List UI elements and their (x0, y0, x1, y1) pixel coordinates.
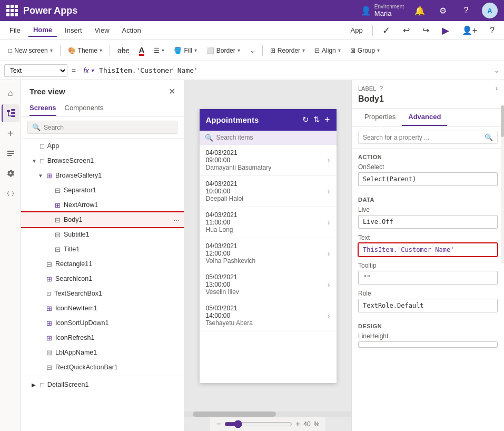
props-field-lineheight-input[interactable] (358, 341, 498, 348)
props-tab-advanced[interactable]: Advanced (402, 109, 447, 126)
tree-item-browsegallery1-label: BrowseGallery1 (55, 172, 180, 179)
formula-fx-btn[interactable]: fx ▾ (80, 66, 97, 75)
tree-item-searchicon1[interactable]: ⊞ SearchIcon1 (21, 271, 184, 286)
phone-sort-icon[interactable]: ⇅ (313, 115, 320, 124)
tree-body: □ App ▼ □ BrowseScreen1 ▼ ⊞ BrowseGaller… (21, 139, 184, 431)
align-btn[interactable]: ☰ ▾ (150, 45, 169, 56)
formula-dropdown[interactable]: Text (4, 64, 67, 77)
props-field-tooltip-input[interactable]: "" (358, 271, 498, 285)
tree-item-subtitle1[interactable]: ⊟ Subtitle1 (21, 227, 184, 242)
props-tab-properties[interactable]: Properties (358, 109, 402, 126)
tree-tab-screens[interactable]: Screens (29, 101, 56, 116)
menu-file[interactable]: File (4, 24, 26, 36)
tree-item-textsearchbox1[interactable]: ⊡ TextSearchBox1 (21, 286, 184, 301)
sidebar-icon-data[interactable] (2, 144, 19, 162)
new-screen-btn[interactable]: □ New screen ▾ (4, 45, 57, 56)
tree-item-detailscreen1[interactable]: ▶ □ DetailScreen1 (21, 377, 184, 392)
props-search-input[interactable] (363, 134, 481, 141)
tree-item-lblappname1[interactable]: ⊟ LblAppName1 (21, 345, 184, 360)
list-item[interactable]: 04/03/2021 09:00:00 Damayanti Basumatary… (200, 145, 337, 176)
phone-search-input[interactable] (216, 134, 331, 141)
props-field-text: Text ThisItem.'Customer Name' (358, 234, 498, 257)
check-btn[interactable]: ✓ (377, 23, 396, 38)
phone-refresh-icon[interactable]: ↻ (302, 115, 309, 124)
group-icon: ⊠ (350, 47, 355, 54)
formula-input[interactable] (99, 66, 492, 74)
sidebar-icon-treeview[interactable] (2, 104, 19, 122)
reorder-btn[interactable]: ⊞ Reorder ▾ (266, 45, 309, 56)
menu-view[interactable]: View (90, 24, 115, 36)
theme-btn[interactable]: 🎨 Theme ▾ (64, 45, 106, 56)
list-item[interactable]: 05/03/2021 14:00:00 Tsehayetu Abera › (200, 300, 337, 331)
tree-close-btn[interactable]: ✕ (169, 86, 175, 96)
zoom-minus-btn[interactable]: − (216, 419, 221, 429)
list-item[interactable]: 05/03/2021 13:00:00 Veselin Iliev › (200, 269, 337, 300)
sidebar-icon-vars[interactable] (2, 184, 19, 202)
sidebar-icon-add[interactable]: + (2, 124, 19, 142)
canvas-scroll[interactable]: Appointments ↻ ⇅ + 🔍 04/03/2 (184, 80, 351, 412)
sidebar-icon-home[interactable]: ⌂ (2, 84, 19, 102)
props-field-onselect-input[interactable]: Select(Parent) (358, 172, 498, 186)
props-help-icon[interactable]: ? (379, 85, 383, 92)
props-field-lineheight-label: LineHeight (358, 332, 498, 340)
avatar[interactable]: A (482, 3, 498, 18)
props-field-live-input[interactable]: Live.Off (358, 215, 498, 229)
divider (372, 25, 373, 36)
tree-item-nextarrow1[interactable]: ⊞ NextArrow1 (21, 198, 184, 212)
zoom-slider[interactable] (224, 420, 292, 428)
canvas-area: Appointments ↻ ⇅ + 🔍 04/03/2 (184, 80, 351, 431)
tree-item-body1[interactable]: ⊟ Body1 ··· (21, 212, 184, 227)
menu-home[interactable]: Home (28, 24, 57, 37)
props-panel: LABEL ? › Body1 Properties Advanced 🔍 AC… (351, 80, 504, 431)
tree-item-rectangle11[interactable]: ⊟ Rectangle11 (21, 257, 184, 271)
group-chevron: ▾ (377, 47, 380, 53)
zoom-plus-btn[interactable]: + (295, 419, 300, 429)
font-color-btn[interactable]: A (135, 43, 149, 58)
list-item[interactable]: 04/03/2021 12:00:00 Volha Pashkevich › (200, 238, 337, 269)
group-btn[interactable]: ⊠ Group ▾ (346, 45, 384, 56)
list-item[interactable]: 04/03/2021 11:00:00 Hua Long › (200, 207, 337, 238)
tree-search-input[interactable] (44, 124, 173, 131)
tree-item-iconnewitem1[interactable]: ⊞ IconNewItem1 (21, 301, 184, 316)
settings-icon[interactable]: ⚙ (436, 3, 450, 18)
body1-more-btn[interactable]: ··· (173, 215, 180, 224)
menu-action[interactable]: Action (117, 24, 146, 36)
run-btn[interactable]: ▶ (437, 23, 454, 38)
props-field-text-input[interactable]: ThisItem.'Customer Name' (358, 243, 498, 257)
phone-add-icon[interactable]: + (324, 114, 330, 125)
tree-tab-components[interactable]: Components (65, 101, 104, 116)
phone-search: 🔍 (200, 131, 337, 145)
textsearchbox1-icon: ⊡ (46, 290, 51, 297)
tree-item-iconrefresh1[interactable]: ⊞ IconRefresh1 (21, 330, 184, 345)
menu-insert[interactable]: Insert (60, 24, 87, 36)
align-text-btn[interactable]: ⊟ Align ▾ (310, 45, 345, 56)
tree-item-browsescreen1[interactable]: ▼ □ BrowseScreen1 (21, 153, 184, 168)
sidebar-icon-settings2[interactable] (2, 164, 19, 182)
props-expand-btn[interactable]: › (496, 84, 498, 92)
formula-expand[interactable]: ⌄ (494, 66, 500, 74)
help-menu-btn[interactable]: ? (485, 24, 500, 37)
rectquickactionbar1-icon: ⊟ (46, 364, 52, 371)
props-field-role-input[interactable]: TextRole.Default (358, 299, 498, 312)
list-item[interactable]: 04/03/2021 10:00:00 Deepali Haloi › (200, 176, 337, 207)
tree-item-rectquickactionbar1[interactable]: ⊟ RectQuickActionBar1 (21, 360, 184, 375)
props-vscroll[interactable] (501, 105, 504, 263)
canvas-hscroll[interactable] (184, 412, 351, 417)
notification-icon[interactable]: 🔔 (412, 3, 427, 18)
share-btn[interactable]: 👤+ (457, 23, 482, 37)
more-btn[interactable]: ⌄ (245, 45, 259, 56)
border-btn[interactable]: ⬜ Border ▾ (202, 45, 244, 56)
fill-btn[interactable]: 🪣 Fill ▾ (170, 45, 201, 56)
tree-item-browsegallery1[interactable]: ▼ ⊞ BrowseGallery1 (21, 168, 184, 183)
tree-item-app[interactable]: □ App (21, 139, 184, 153)
body1-icon: ⊟ (55, 216, 61, 224)
help-icon[interactable]: ? (459, 3, 473, 18)
tree-item-iconsortupdown1[interactable]: ⊞ IconSortUpDown1 (21, 316, 184, 330)
abc-btn[interactable]: abc (113, 44, 134, 57)
app-btn[interactable]: App (345, 24, 368, 36)
redo-btn[interactable]: ↪ (417, 23, 434, 37)
tree-item-separator1[interactable]: ⊟ Separator1 (21, 183, 184, 198)
tree-item-title1[interactable]: ⊟ Title1 (21, 242, 184, 257)
waffle-menu[interactable] (6, 5, 18, 16)
undo-btn[interactable]: ↩ (398, 23, 415, 37)
